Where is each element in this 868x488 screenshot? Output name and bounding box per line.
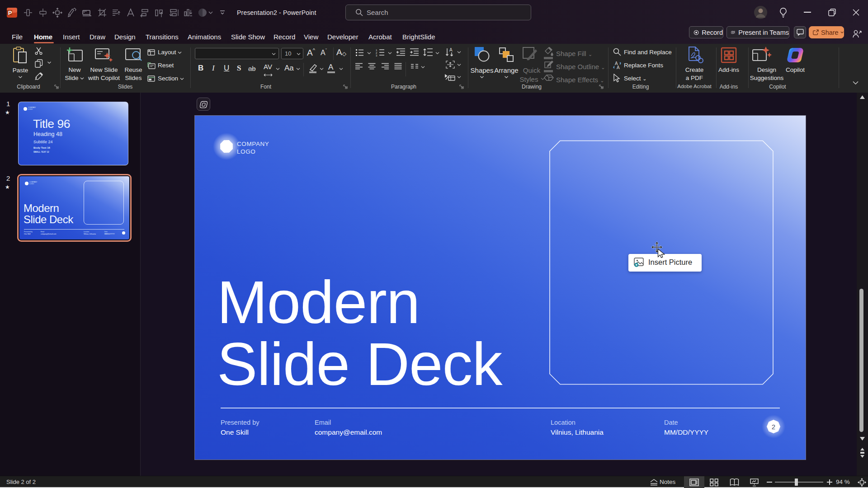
svg-text:A: A xyxy=(449,47,453,52)
svg-text:A: A xyxy=(617,65,620,70)
svg-text:3: 3 xyxy=(376,54,377,57)
svg-text:2: 2 xyxy=(772,423,775,431)
svg-text:P: P xyxy=(8,9,12,16)
